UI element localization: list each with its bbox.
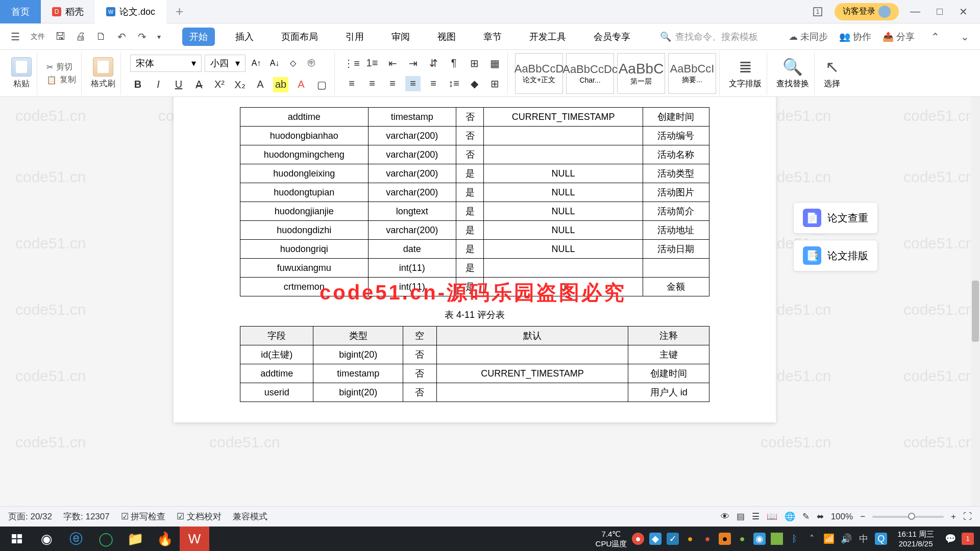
table-cell[interactable]: huodongbianhao xyxy=(240,127,369,145)
table-cell[interactable]: 用户人 id xyxy=(628,383,709,402)
table-cell[interactable]: id(主键) xyxy=(240,345,313,364)
tab-references[interactable]: 引用 xyxy=(338,28,371,46)
explorer-icon[interactable]: 📁 xyxy=(120,527,150,551)
table-cell[interactable]: varchar(200) xyxy=(368,164,456,183)
zoom-out-icon[interactable]: − xyxy=(860,512,865,522)
paper-layout-button[interactable]: 📑 论文排版 xyxy=(793,240,878,271)
browser-icon[interactable]: ◯ xyxy=(91,527,120,551)
align-left-icon[interactable]: ≡ xyxy=(344,76,359,91)
table-cell[interactable]: NULL xyxy=(484,164,643,183)
font-color-icon[interactable]: A xyxy=(293,77,309,92)
volume-icon[interactable]: 🔊 xyxy=(840,533,852,545)
tab-view[interactable]: 视图 xyxy=(430,28,463,46)
tab-vip[interactable]: 会员专享 xyxy=(586,28,638,46)
print-preview-icon[interactable]: 🗋 xyxy=(92,28,110,46)
wps-icon[interactable]: W xyxy=(180,527,209,551)
numbering-icon[interactable]: 1≡ xyxy=(364,56,380,71)
tab-list-icon[interactable]: 1 xyxy=(807,4,828,19)
tray-icon[interactable]: Q xyxy=(875,533,887,545)
clear-format-icon[interactable]: ◇ xyxy=(285,56,301,71)
share-button[interactable]: 📤 分享 xyxy=(883,31,915,43)
table-cell[interactable]: CURRENT_TIMESTAMP xyxy=(484,108,643,127)
spell-check[interactable]: ☑ 拼写检查 xyxy=(121,511,166,522)
tray-icon[interactable]: ● xyxy=(632,533,644,545)
proofing[interactable]: ☑ 文档校对 xyxy=(177,511,222,522)
sync-status[interactable]: ☁ 未同步 xyxy=(789,31,828,43)
table-cell[interactable]: longtext xyxy=(368,202,456,221)
char-border-icon[interactable]: ▢ xyxy=(314,77,329,92)
db-table-2[interactable]: 字段类型空默认注释 id(主键)bigint(20)否主键addtimetime… xyxy=(240,326,709,402)
table-row[interactable]: huodongriqidate是NULL活动日期 xyxy=(240,240,709,259)
table-cell[interactable]: bigint(20) xyxy=(313,345,403,364)
table-cell[interactable]: 活动日期 xyxy=(643,240,709,259)
table-cell[interactable]: timestamp xyxy=(368,108,456,127)
ime-icon[interactable]: 中 xyxy=(857,533,870,545)
align-justify-icon[interactable]: ≡ xyxy=(405,76,421,91)
style-item[interactable]: AaBbCcD论文+正文 xyxy=(515,53,563,94)
maximize-button[interactable]: □ xyxy=(932,4,948,19)
table-cell[interactable]: CURRENT_TIMESTAMP xyxy=(436,364,628,383)
table-row[interactable]: huodongdizhivarchar(200)是NULL活动地址 xyxy=(240,221,709,240)
table-cell[interactable]: 否 xyxy=(403,383,436,402)
tabs-icon[interactable]: ⊞ xyxy=(467,56,482,71)
undo-icon[interactable]: ↶ xyxy=(112,28,131,46)
decrease-indent-icon[interactable]: ⇤ xyxy=(385,56,400,71)
table-cell[interactable]: bigint(20) xyxy=(313,383,403,402)
table-icon[interactable]: ⊞ xyxy=(487,76,502,91)
table-row[interactable]: huodongjianjielongtext是NULL活动简介 xyxy=(240,202,709,221)
sort-icon[interactable]: ⇵ xyxy=(426,56,441,71)
table-row[interactable]: id(主键)bigint(20)否主键 xyxy=(240,345,709,364)
table-cell[interactable]: varchar(200) xyxy=(368,127,456,145)
align-center-icon[interactable]: ≡ xyxy=(364,76,380,91)
vertical-scrollbar[interactable] xyxy=(971,97,980,506)
select-button[interactable]: ↖选择 xyxy=(824,57,840,89)
table-cell[interactable]: 是 xyxy=(456,183,484,202)
table-cell[interactable]: 否 xyxy=(456,145,484,164)
table-row[interactable]: huodongmingchengvarchar(200)否活动名称 xyxy=(240,145,709,164)
word-count[interactable]: 字数: 12307 xyxy=(63,511,110,522)
text-effects-icon[interactable]: A xyxy=(253,77,268,92)
tab-review[interactable]: 审阅 xyxy=(384,28,417,46)
table-cell[interactable] xyxy=(484,145,643,164)
quick-access-dropdown[interactable]: ▾ xyxy=(153,33,165,41)
copy-button[interactable]: 📋 复制 xyxy=(46,74,76,85)
table-cell[interactable]: 否 xyxy=(403,364,436,383)
table-cell[interactable]: 创建时间 xyxy=(628,364,709,383)
table-cell[interactable]: 活动名称 xyxy=(643,145,709,164)
tray-icon[interactable] xyxy=(771,533,783,545)
strike-icon[interactable]: A̶ xyxy=(191,77,207,92)
table-cell[interactable] xyxy=(484,259,643,278)
badge-icon[interactable]: 1 xyxy=(962,533,974,545)
table-cell[interactable]: huodongmingcheng xyxy=(240,145,369,164)
table-cell[interactable]: varchar(200) xyxy=(368,221,456,240)
table-row[interactable]: addtimetimestamp否CURRENT_TIMESTAMP创建时间 xyxy=(240,364,709,383)
redo-icon[interactable]: ↷ xyxy=(133,28,151,46)
page-indicator[interactable]: 页面: 20/32 xyxy=(8,511,52,522)
eye-icon[interactable]: 👁 xyxy=(721,512,729,522)
tab-insert[interactable]: 插入 xyxy=(228,28,261,46)
text-layout-button[interactable]: ≣文字排版 xyxy=(729,57,762,89)
login-button[interactable]: 访客登录 xyxy=(835,3,899,20)
font-size-select[interactable]: 小四▾ xyxy=(205,55,246,72)
style-item[interactable]: AaBbCcI摘要... xyxy=(668,53,716,94)
table-cell[interactable]: huodongtupian xyxy=(240,183,369,202)
table-row[interactable]: useridbigint(20)否用户人 id xyxy=(240,383,709,402)
tray-icon[interactable]: ◉ xyxy=(753,533,766,545)
table-cell[interactable]: 金额 xyxy=(643,278,709,296)
table-cell[interactable]: 是 xyxy=(456,221,484,240)
shading-icon[interactable]: ◆ xyxy=(467,76,482,91)
table-row[interactable]: huodongtupianvarchar(200)是NULL活动图片 xyxy=(240,183,709,202)
subscript-icon[interactable]: X₂ xyxy=(232,77,248,92)
bold-icon[interactable]: B xyxy=(130,77,145,92)
table-cell[interactable]: varchar(200) xyxy=(368,183,456,202)
table-cell[interactable]: 是 xyxy=(456,164,484,183)
table-row[interactable]: addtimetimestamp否CURRENT_TIMESTAMP创建时间 xyxy=(240,108,709,127)
edit-icon[interactable]: ✎ xyxy=(802,511,810,522)
paper-check-button[interactable]: 📄 论文查重 xyxy=(793,202,878,234)
print-icon[interactable]: 🖨 xyxy=(71,28,90,46)
superscript-icon[interactable]: X² xyxy=(212,77,227,92)
tab-pagelayout[interactable]: 页面布局 xyxy=(274,28,325,46)
table-cell[interactable]: huodongleixing xyxy=(240,164,369,183)
table-row[interactable]: huodongleixingvarchar(200)是NULL活动类型 xyxy=(240,164,709,183)
table-cell[interactable]: addtime xyxy=(240,108,369,127)
